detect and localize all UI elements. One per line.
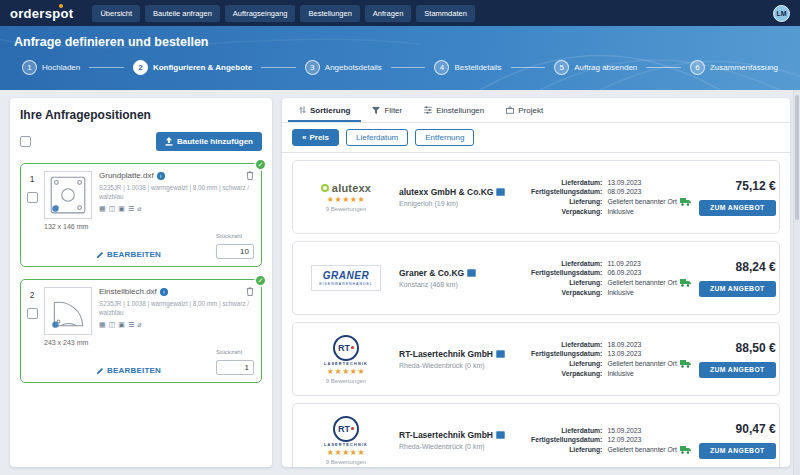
quantity-input[interactable] (216, 244, 254, 259)
nav-item-bauteile-anfragen[interactable]: Bauteile anfragen (145, 5, 220, 22)
scrollbar-thumb[interactable] (795, 95, 799, 220)
einstellblech-drawing (47, 290, 89, 332)
fertigstellung-label: Fertigstellungsdatum: (531, 269, 602, 276)
tab-projekt[interactable]: Projekt (495, 98, 554, 122)
position-checkbox[interactable] (27, 192, 38, 203)
sort-chip-entfernung[interactable]: Entfernung (415, 129, 474, 146)
brand-logo-text: orderspot (10, 6, 73, 21)
vendor-logo-col: RT LASERTECHNIK ★★★★★ 9 Bewertungen (303, 335, 389, 384)
tab-sortierung[interactable]: Sortierung (288, 98, 361, 122)
delivery-truck-icon (680, 446, 691, 454)
part-filename: Einstellblech.dxf (99, 287, 157, 296)
lieferdatum-label: Lieferdatum: (531, 260, 602, 267)
company-name: RT-Lasertechnik GmbH (399, 349, 493, 359)
zum-angebot-button[interactable]: ZUM ANGEBOT (699, 200, 776, 216)
info-icon[interactable]: i (157, 172, 165, 180)
quantity-input[interactable] (216, 360, 254, 375)
delete-position-button[interactable] (246, 171, 254, 180)
rating-count: 9 Bewertungen (326, 206, 366, 212)
nav-item-anfragen[interactable]: Anfragen (365, 5, 411, 22)
position-item-2: ✓ 2 (20, 279, 262, 383)
edit-label: BEARBEITEN (107, 366, 161, 375)
lieferung-label: Lieferung: (531, 279, 602, 286)
offer-price-col: 75,12 € ZUM ANGEBOT (691, 179, 776, 216)
brand-logo[interactable]: orderspot (10, 6, 73, 21)
company-info: RT-Lasertechnik GmbH Rheda-Wiedenbrück (… (399, 430, 523, 450)
nav-item-uebersicht[interactable]: Übersicht (92, 5, 140, 22)
zum-angebot-button[interactable]: ZUM ANGEBOT (699, 362, 776, 378)
offers-panel: Sortierung Filter Einstellungen Projekt … (282, 98, 790, 467)
offer-card-graner: GRANER EISENWARENHANDEL Graner & Co.KG K… (292, 241, 780, 315)
vendor-logo-text: RT (338, 424, 350, 434)
nav-item-auftragseingang[interactable]: Auftragseingang (225, 5, 296, 22)
step-angebotsdetails[interactable]: 3 Angebotsdetails (305, 60, 382, 75)
tab-label: Einstellungen (436, 106, 484, 115)
zum-angebot-button[interactable]: ZUM ANGEBOT (699, 281, 776, 297)
edit-position-button[interactable]: BEARBEITEN (96, 250, 161, 259)
step-hochladen[interactable]: 1 Hochladen (22, 60, 80, 75)
material-spec: S235JR | 1.0038 | warmgewalzt | 8,00 mm … (99, 299, 254, 317)
step-connector (391, 67, 426, 68)
lieferung-value: Geliefert benannter Ort (607, 198, 691, 206)
step-auftrag-absenden[interactable]: 5 Auftrag absenden (554, 60, 637, 75)
page-scrollbar[interactable] (793, 90, 800, 475)
upload-icon (165, 137, 173, 146)
step-label: Angebotsdetails (325, 63, 382, 72)
company-info: RT-Lasertechnik GmbH Rheda-Wiedenbrück (… (399, 349, 523, 369)
step-zusammenfassung[interactable]: 6 Zusammenfassung (690, 60, 778, 75)
nav-item-stammdaten[interactable]: Stammdaten (416, 5, 475, 22)
rt-lasertechnik-logo: RT LASERTECHNIK (324, 416, 368, 447)
offer-card-alutexx: alutexx ★★★★★ 9 Bewertungen alutexx GmbH… (292, 160, 780, 234)
feature-icon-4: ☰ (128, 321, 134, 328)
company-location: Ennigerloh (19 km) (399, 200, 523, 207)
step-number: 2 (133, 60, 148, 75)
sort-chip-preis[interactable]: « Preis (292, 129, 339, 146)
edit-label: BEARBEITEN (107, 250, 161, 259)
select-all-checkbox[interactable] (20, 136, 31, 147)
zum-angebot-button[interactable]: ZUM ANGEBOT (699, 443, 776, 459)
company-name: Graner & Co.KG (399, 268, 464, 278)
edit-position-button[interactable]: BEARBEITEN (96, 366, 161, 375)
company-name: RT-Lasertechnik GmbH (399, 430, 493, 440)
add-parts-button[interactable]: Bauteile hinzufügen (156, 132, 262, 151)
info-icon[interactable]: i (160, 288, 168, 296)
step-bestelldetails[interactable]: 4 Bestelldetails (434, 60, 501, 75)
offer-price: 75,12 € (736, 179, 776, 193)
delivery-truck-icon (680, 279, 691, 287)
rt-lasertechnik-logo: RT LASERTECHNIK (324, 335, 368, 366)
feature-icon-3: ▣ (118, 321, 125, 328)
feature-icon-5: ⌀ (137, 205, 141, 212)
rating-count: 9 Bewertungen (326, 378, 366, 384)
part-filename: Grundplatte.dxf (99, 171, 154, 180)
verpackung-label: Verpackung: (531, 370, 602, 377)
company-profile-icon[interactable] (467, 269, 476, 277)
vendor-logo-col: alutexx ★★★★★ 9 Bewertungen (303, 182, 389, 212)
configured-check-icon: ✓ (254, 158, 267, 171)
feature-icons-row: ▦ ◫ ▣ ☰ ⌀ (99, 321, 254, 328)
tab-einstellungen[interactable]: Einstellungen (413, 98, 495, 122)
positions-title: Ihre Anfragepositionen (20, 108, 262, 122)
step-number: 3 (305, 60, 320, 75)
company-profile-icon[interactable] (496, 431, 505, 439)
position-checkbox[interactable] (27, 308, 38, 319)
user-avatar[interactable]: LM (773, 5, 790, 22)
company-profile-icon[interactable] (496, 350, 505, 358)
step-konfigurieren-angebote[interactable]: 2 Konfigurieren & Angebote (133, 60, 252, 75)
nav-item-bestellungen[interactable]: Bestellungen (300, 5, 359, 22)
offer-card-rt-2: RT LASERTECHNIK ★★★★★ 9 Bewertungen RT-L… (292, 403, 780, 467)
material-spec: S235JR | 1.0038 | warmgewalzt | 8,00 mm … (99, 183, 254, 201)
company-profile-icon[interactable] (496, 188, 505, 196)
quantity-group: Stückzahl (216, 233, 254, 259)
delete-position-button[interactable] (246, 287, 254, 296)
lieferung-value: Geliefert benannter Ort (607, 446, 691, 454)
grundplatte-drawing (47, 174, 89, 216)
tab-filter[interactable]: Filter (361, 98, 413, 122)
offer-price-col: 88,50 € ZUM ANGEBOT (691, 341, 776, 378)
pencil-icon (96, 251, 104, 259)
alutexx-logo: alutexx (321, 182, 371, 194)
vendor-logo-text: RT (338, 343, 350, 353)
chip-label: Lieferdatum (356, 133, 398, 142)
vendor-logo-col: RT LASERTECHNIK ★★★★★ 9 Bewertungen (303, 416, 389, 465)
sort-chip-lieferdatum[interactable]: Lieferdatum (346, 129, 408, 146)
positions-toolbar: Bauteile hinzufügen (20, 132, 262, 151)
